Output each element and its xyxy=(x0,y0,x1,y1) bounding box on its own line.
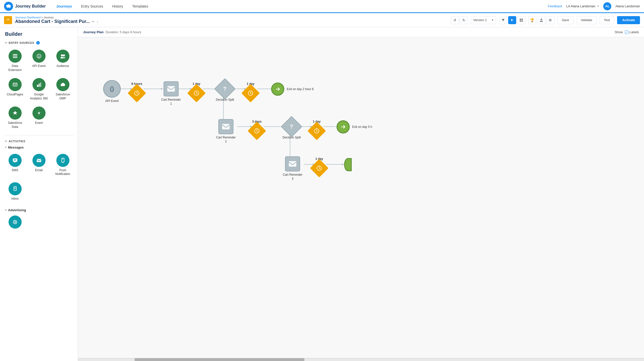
tab-templates[interactable]: Templates xyxy=(128,0,153,13)
sidebar-item-inbox[interactable]: Inbox xyxy=(4,180,26,203)
save-button[interactable]: Save xyxy=(557,16,574,24)
redo-button[interactable]: ↻ xyxy=(460,16,468,24)
sidebar-item-api-event[interactable]: {} API Event xyxy=(28,48,50,74)
user-menu[interactable]: LA Alana Landsman ▼ xyxy=(566,4,599,8)
svg-point-10 xyxy=(61,54,63,56)
svg-line-63 xyxy=(196,93,197,94)
exit-3-partial-node[interactable] xyxy=(344,158,352,171)
main-layout: Builder ▾ ENTRY SOURCES i Data Extension xyxy=(0,27,644,361)
flow-canvas-wrapper: {} API Event 8 hours xyxy=(88,47,634,198)
svg-rect-18 xyxy=(13,158,17,162)
tab-entry-sources[interactable]: Entry Sources xyxy=(76,0,108,13)
move-button[interactable] xyxy=(517,16,525,24)
tab-history[interactable]: History xyxy=(108,0,128,13)
canvas-scrollbar[interactable] xyxy=(78,358,644,361)
svg-rect-74 xyxy=(289,161,296,167)
sidebar: Builder ▾ ENTRY SOURCES i Data Extension xyxy=(0,27,78,361)
messages-subsection-header[interactable]: ▾ Messages xyxy=(0,144,78,150)
tab-journeys-active[interactable]: Journeys xyxy=(52,0,76,13)
wait-2-node[interactable]: 1 day xyxy=(190,82,203,100)
breadcrumb: Journeys Dashboard > Journey xyxy=(15,16,98,19)
breadcrumb-link[interactable]: Journeys Dashboard xyxy=(15,16,41,19)
collapse-activities-icon[interactable]: ▾ xyxy=(5,139,7,143)
sidebar-item-google-analytics[interactable]: Google Analytics 360 xyxy=(28,76,50,102)
pointer-button[interactable] xyxy=(508,16,516,24)
sidebar-item-event[interactable]: Event xyxy=(28,104,50,131)
wait-5-node[interactable]: 1 day xyxy=(310,120,323,137)
sidebar-item-salesforce-data[interactable]: Salesforce Data xyxy=(4,104,26,131)
filter-button[interactable] xyxy=(499,16,507,24)
user-avatar[interactable]: AL xyxy=(603,2,611,10)
audience-label: Audience xyxy=(56,64,69,68)
api-event-icon: {} xyxy=(32,50,46,63)
nav-right: Feedback LA Alana Landsman ▼ AL Alana La… xyxy=(548,2,640,10)
sms-label: SMS xyxy=(12,168,18,172)
sidebar-item-email[interactable]: Email xyxy=(28,152,50,178)
wait-4-node[interactable]: 3 days xyxy=(250,120,263,137)
validate-button[interactable]: Validate xyxy=(577,16,597,24)
email-1-node[interactable]: Cart Reminder 1 xyxy=(161,81,181,106)
email-2-node[interactable]: Cart Reminder 2 xyxy=(216,119,236,143)
breadcrumb-separator: > Journey xyxy=(42,16,54,19)
api-event-canvas-label: API Event xyxy=(105,99,118,103)
activate-button[interactable]: Activate xyxy=(617,16,640,24)
wait-6-node[interactable]: 1 day xyxy=(313,157,326,175)
app-title: Journey Builder xyxy=(15,4,46,9)
sidebar-item-salesforce-dmp[interactable]: Salesforce DMP xyxy=(52,76,74,102)
version-select[interactable]: Version 1 ▼ xyxy=(471,16,496,24)
exit-1-node[interactable]: Exit on day 2 hour 8 xyxy=(271,83,314,96)
labels-check-box: ✓ xyxy=(625,30,628,34)
top-nav: Journey Builder Journeys Journeys Entry … xyxy=(0,0,644,13)
journey-canvas[interactable]: {} API Event 8 hours xyxy=(78,37,644,358)
collapse-entry-sources-icon[interactable]: ▾ xyxy=(5,41,7,45)
advertising-subsection-header[interactable]: ▾ Advertising xyxy=(0,207,78,212)
inbox-icon xyxy=(9,182,22,195)
undo-button[interactable]: ↺ xyxy=(451,16,459,24)
wait-3-node[interactable]: 1 day xyxy=(244,82,257,100)
trophy-button[interactable]: 🏆 xyxy=(528,16,536,24)
event-label: Event xyxy=(35,121,43,125)
export-button[interactable] xyxy=(537,16,545,24)
edit-icon[interactable]: ✏ xyxy=(92,20,95,24)
feedback-link[interactable]: Feedback xyxy=(548,4,562,8)
decision-1-node[interactable]: ? Decision Split xyxy=(216,81,234,101)
sidebar-item-advertising-1[interactable] xyxy=(4,213,26,231)
svg-rect-6 xyxy=(13,56,17,56)
sidebar-title: Builder xyxy=(0,27,78,39)
decision-2-node[interactable]: ? Decision Split xyxy=(283,119,301,139)
messages-grid: SMS Email xyxy=(0,150,78,207)
wait-1-node[interactable]: 8 hours xyxy=(130,82,143,100)
svg-rect-7 xyxy=(13,57,17,58)
data-extension-icon xyxy=(9,50,22,63)
email-3-label: Cart Reminder 3 xyxy=(283,173,303,181)
forward-arrow-icon[interactable]: › xyxy=(97,20,98,24)
sidebar-item-data-extension[interactable]: Data Extension xyxy=(4,48,26,74)
email-3-node[interactable]: Cart Reminder 3 xyxy=(283,156,303,181)
sidebar-item-push-notification[interactable]: Push Notification xyxy=(52,152,74,178)
svg-line-66 xyxy=(251,93,252,94)
sidebar-item-cloudpages[interactable]: CloudPages xyxy=(4,76,26,102)
sidebar-item-audience[interactable]: Audience xyxy=(52,48,74,74)
svg-rect-1 xyxy=(520,19,521,20)
sms-icon xyxy=(9,154,22,167)
labels-checkbox[interactable]: ✓ Labels xyxy=(625,30,639,34)
api-event-node[interactable]: {} API Event xyxy=(103,80,121,103)
action-buttons-group: 🏆 ⚙ xyxy=(528,16,554,24)
app-logo[interactable]: Journey Builder xyxy=(4,2,46,11)
push-notification-icon xyxy=(56,154,69,167)
messages-label: Messages xyxy=(8,146,24,149)
sidebar-item-sms[interactable]: SMS xyxy=(4,152,26,178)
entry-sources-label: ENTRY SOURCES xyxy=(9,41,34,44)
show-label-area: Show ✓ Labels xyxy=(615,30,639,34)
show-button[interactable]: Show xyxy=(615,30,623,34)
svg-rect-3 xyxy=(520,20,521,22)
salesforce-data-label: Salesforce Data xyxy=(5,121,25,129)
secondary-toolbar: Journeys Dashboard > Journey Abandoned C… xyxy=(0,13,644,27)
advertising-grid xyxy=(0,212,78,235)
svg-rect-16 xyxy=(38,84,40,87)
info-icon[interactable]: i xyxy=(36,41,40,45)
settings-button[interactable]: ⚙ xyxy=(546,16,554,24)
svg-line-70 xyxy=(257,131,258,132)
exit-2-node[interactable]: Exit on day 5 h xyxy=(337,120,372,133)
test-button[interactable]: Test xyxy=(600,16,614,24)
